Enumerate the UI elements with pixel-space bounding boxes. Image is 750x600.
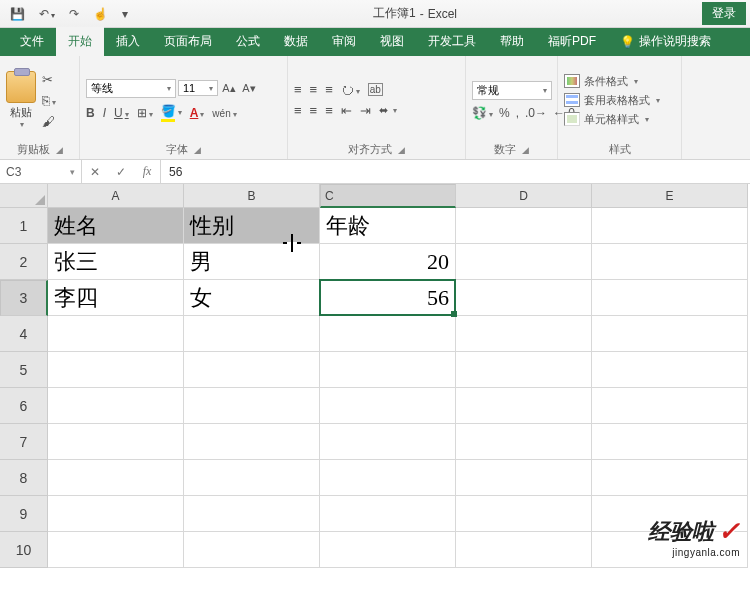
column-header-e[interactable]: E xyxy=(592,184,748,208)
cell-a1[interactable]: 姓名 xyxy=(48,208,184,244)
cell-b9[interactable] xyxy=(184,496,320,532)
decrease-font-icon[interactable]: A▾ xyxy=(240,78,258,98)
column-header-b[interactable]: B xyxy=(184,184,320,208)
row-header-1[interactable]: 1 xyxy=(0,208,48,244)
cell-e7[interactable] xyxy=(592,424,748,460)
cell-a6[interactable] xyxy=(48,388,184,424)
align-middle-icon[interactable]: ≡ xyxy=(310,82,318,97)
cell-b5[interactable] xyxy=(184,352,320,388)
italic-button[interactable]: I xyxy=(103,106,106,120)
cell-a4[interactable] xyxy=(48,316,184,352)
cell-c10[interactable] xyxy=(320,532,456,568)
cell-e4[interactable] xyxy=(592,316,748,352)
cell-a2[interactable]: 张三 xyxy=(48,244,184,280)
row-header-3[interactable]: 3 xyxy=(0,280,48,316)
orientation-icon[interactable]: ⭮▾ xyxy=(341,82,360,97)
column-header-d[interactable]: D xyxy=(456,184,592,208)
decrease-indent-icon[interactable]: ⇤ xyxy=(341,103,352,118)
cell-a7[interactable] xyxy=(48,424,184,460)
number-format-select[interactable]: 常规▾ xyxy=(472,81,552,100)
borders-icon[interactable]: ⊞▾ xyxy=(137,106,153,120)
format-painter-icon[interactable]: 🖌 xyxy=(42,114,56,129)
font-launcher-icon[interactable]: ◢ xyxy=(194,145,201,155)
cell-c2[interactable]: 20 xyxy=(320,244,456,280)
login-button[interactable]: 登录 xyxy=(702,2,746,25)
cell-a3[interactable]: 李四 xyxy=(48,280,184,316)
cell-c4[interactable] xyxy=(320,316,456,352)
tab-formulas[interactable]: 公式 xyxy=(224,27,272,56)
cell-d8[interactable] xyxy=(456,460,592,496)
select-all-button[interactable] xyxy=(0,184,48,208)
tab-review[interactable]: 审阅 xyxy=(320,27,368,56)
tab-tell-me[interactable]: 💡 操作说明搜索 xyxy=(608,27,723,56)
name-box[interactable]: C3 ▾ xyxy=(0,160,82,183)
cell-e8[interactable] xyxy=(592,460,748,496)
clipboard-launcher-icon[interactable]: ◢ xyxy=(56,145,63,155)
bold-button[interactable]: B xyxy=(86,106,95,120)
cell-a8[interactable] xyxy=(48,460,184,496)
cell-c9[interactable] xyxy=(320,496,456,532)
cell-e6[interactable] xyxy=(592,388,748,424)
cell-b2[interactable]: 男 xyxy=(184,244,320,280)
align-top-icon[interactable]: ≡ xyxy=(294,82,302,97)
align-left-icon[interactable]: ≡ xyxy=(294,103,302,118)
comma-format-button[interactable]: , xyxy=(516,106,519,120)
row-header-7[interactable]: 7 xyxy=(0,424,48,460)
insert-function-icon[interactable]: fx xyxy=(134,164,160,179)
increase-font-icon[interactable]: A▴ xyxy=(220,78,238,98)
formula-input[interactable]: 56 xyxy=(161,160,750,183)
cell-d6[interactable] xyxy=(456,388,592,424)
cell-e3[interactable] xyxy=(592,280,748,316)
row-header-5[interactable]: 5 xyxy=(0,352,48,388)
cell-styles-button[interactable]: 单元格样式▾ xyxy=(564,112,660,127)
cell-b6[interactable] xyxy=(184,388,320,424)
tab-data[interactable]: 数据 xyxy=(272,27,320,56)
cell-d7[interactable] xyxy=(456,424,592,460)
cell-d5[interactable] xyxy=(456,352,592,388)
increase-decimal-icon[interactable]: .0→ xyxy=(525,106,547,120)
number-launcher-icon[interactable]: ◢ xyxy=(522,145,529,155)
accounting-format-icon[interactable]: 💱▾ xyxy=(472,106,493,120)
cell-b8[interactable] xyxy=(184,460,320,496)
percent-format-button[interactable]: % xyxy=(499,106,510,120)
cut-icon[interactable]: ✂ xyxy=(42,72,56,87)
cell-c8[interactable] xyxy=(320,460,456,496)
save-icon[interactable]: 💾 xyxy=(10,7,25,21)
cell-a5[interactable] xyxy=(48,352,184,388)
row-header-8[interactable]: 8 xyxy=(0,460,48,496)
cell-c7[interactable] xyxy=(320,424,456,460)
paste-button[interactable]: 粘贴 ▾ xyxy=(6,71,36,129)
tab-view[interactable]: 视图 xyxy=(368,27,416,56)
merge-center-button[interactable]: ⬌▾ xyxy=(379,104,397,117)
fill-color-icon[interactable]: 🪣▾ xyxy=(161,104,182,122)
align-right-icon[interactable]: ≡ xyxy=(325,103,333,118)
cell-a10[interactable] xyxy=(48,532,184,568)
undo-icon[interactable]: ↶▾ xyxy=(39,7,55,21)
cell-b10[interactable] xyxy=(184,532,320,568)
align-bottom-icon[interactable]: ≡ xyxy=(325,82,333,97)
tab-page-layout[interactable]: 页面布局 xyxy=(152,27,224,56)
tab-help[interactable]: 帮助 xyxy=(488,27,536,56)
font-size-select[interactable]: 11▾ xyxy=(178,80,218,96)
conditional-format-button[interactable]: 条件格式▾ xyxy=(564,74,660,89)
row-header-6[interactable]: 6 xyxy=(0,388,48,424)
cell-b1[interactable]: 性别 xyxy=(184,208,320,244)
cell-b7[interactable] xyxy=(184,424,320,460)
row-header-10[interactable]: 10 xyxy=(0,532,48,568)
row-header-2[interactable]: 2 xyxy=(0,244,48,280)
touch-mode-icon[interactable]: ☝ xyxy=(93,7,108,21)
column-header-a[interactable]: A xyxy=(48,184,184,208)
cell-d3[interactable] xyxy=(456,280,592,316)
font-color-icon[interactable]: A▾ xyxy=(190,106,205,120)
cell-c1[interactable]: 年龄 xyxy=(320,208,456,244)
cell-d2[interactable] xyxy=(456,244,592,280)
redo-icon[interactable]: ↷ xyxy=(69,7,79,21)
tab-insert[interactable]: 插入 xyxy=(104,27,152,56)
cell-e5[interactable] xyxy=(592,352,748,388)
tab-developer[interactable]: 开发工具 xyxy=(416,27,488,56)
font-name-select[interactable]: 等线▾ xyxy=(86,79,176,98)
cell-c6[interactable] xyxy=(320,388,456,424)
phonetic-icon[interactable]: wén▾ xyxy=(212,108,236,119)
cell-a9[interactable] xyxy=(48,496,184,532)
alignment-launcher-icon[interactable]: ◢ xyxy=(398,145,405,155)
